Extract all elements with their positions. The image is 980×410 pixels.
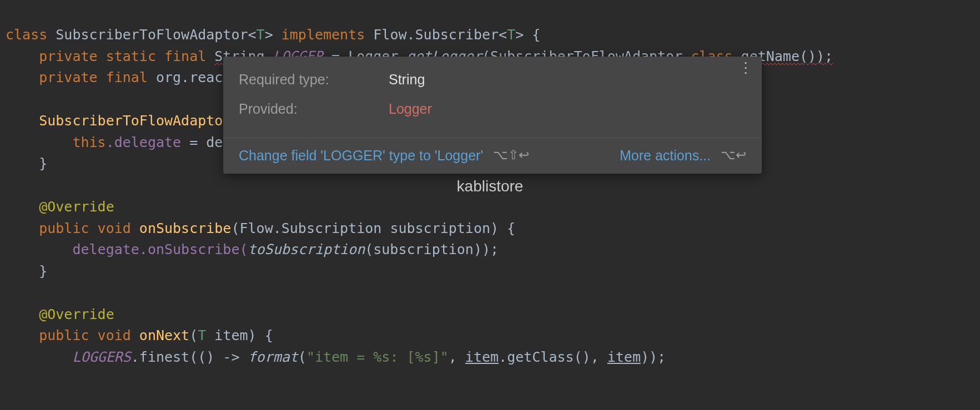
row-provided: Provided: Logger xyxy=(239,98,746,120)
more-icon[interactable]: ⋮ xyxy=(738,64,753,72)
tooltip-body: Required type: String Provided: Logger xyxy=(223,57,762,138)
more-actions-link[interactable]: More actions... xyxy=(620,145,711,166)
getclass-call: .getClass(), xyxy=(499,349,607,365)
tail-paren: )); xyxy=(641,349,666,365)
impl-type: Flow.Subscriber xyxy=(373,27,499,43)
kw-private-final: private final xyxy=(39,69,156,85)
quickfix-shortcut: ⌥⇧↩ xyxy=(493,145,529,165)
brace-close2: } xyxy=(39,263,47,279)
kw-implements: implements xyxy=(273,27,374,43)
item-ref2: item xyxy=(607,349,641,365)
comma1: , xyxy=(449,349,465,365)
gen-close: > xyxy=(265,27,273,43)
kw-public-void2: public void xyxy=(39,327,139,343)
quickfix-link[interactable]: Change field 'LOGGER' type to 'Logger' xyxy=(239,145,483,166)
row-required: Required type: String xyxy=(239,69,746,90)
code-editor[interactable]: class SubscriberToFlowAdaptor<T> impleme… xyxy=(0,0,980,368)
kw-class: class xyxy=(6,27,56,43)
field-delegate: .delegate xyxy=(106,134,181,150)
gen-open: < xyxy=(248,27,257,43)
type-param: T xyxy=(257,27,265,43)
format-call: format xyxy=(248,349,298,365)
label-provided: Provided: xyxy=(239,98,389,120)
onnext-T: T xyxy=(198,327,206,343)
annotation-override1: @Override xyxy=(39,199,114,215)
item-ref1: item xyxy=(465,349,499,365)
annotation-override2: @Override xyxy=(39,306,114,322)
gen-open2: < xyxy=(499,27,507,43)
tosubscription: toSubscription xyxy=(248,241,365,257)
value-provided: Logger xyxy=(389,98,432,120)
method-onnext: onNext xyxy=(139,327,189,343)
method-onsubscribe: onSubscribe xyxy=(139,220,232,236)
onnext-rest: item) { xyxy=(206,327,273,343)
brace-close1: } xyxy=(39,155,47,171)
kw-public-void1: public void xyxy=(39,220,139,236)
loggers-field: LOGGERS xyxy=(72,349,130,365)
brace: { xyxy=(524,27,540,43)
gen-close2: > xyxy=(515,27,524,43)
constructor-name: SubscriberToFlowAdaptor xyxy=(39,113,231,129)
type-param2: T xyxy=(507,27,515,43)
value-required: String xyxy=(389,69,425,90)
error-tooltip: ⋮ Required type: String Provided: Logger… xyxy=(223,57,762,174)
tooltip-actions: Change field 'LOGGER' type to 'Logger' ⌥… xyxy=(223,138,762,174)
kw-private-static-final: private static final xyxy=(39,48,214,64)
onnext-paren: ( xyxy=(189,327,198,343)
fmt-string: "item = %s: [%s]" xyxy=(306,349,449,365)
finest-call: .finest(() -> xyxy=(131,349,248,365)
classname: SubscriberToFlowAdaptor xyxy=(56,27,248,43)
delegate-call: delegate.onSubscribe( xyxy=(72,241,248,257)
onsub-params: (Flow.Subscription subscription) { xyxy=(231,220,515,236)
label-required: Required type: xyxy=(239,69,389,90)
more-actions-shortcut: ⌥↩ xyxy=(721,145,746,165)
eq-de: = de xyxy=(181,134,223,150)
kw-this: this xyxy=(72,134,105,150)
org-reac: org.reac xyxy=(156,69,223,85)
tosub-end: (subscription)); xyxy=(365,241,499,257)
fmt-open: ( xyxy=(298,349,306,365)
